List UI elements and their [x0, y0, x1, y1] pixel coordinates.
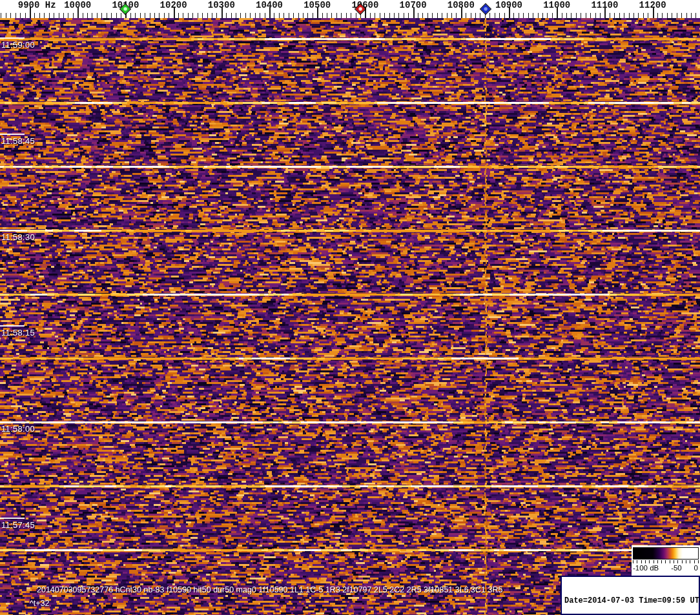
- info-date-time: Date=2014-07-03 Time=09:59 UTC: [564, 596, 699, 606]
- db-color-scale: -100 dB -50 0: [632, 545, 700, 576]
- spectrogram-window: 9900 Hz100001010010200103001040010500106…: [0, 0, 700, 615]
- legend-label-min: -100 dB: [633, 564, 659, 572]
- legend-label-max: 0: [694, 564, 698, 572]
- color-gradient-bar: [633, 547, 699, 560]
- freq-tick-label: 10900: [495, 0, 522, 10]
- freq-tick-label: 10500: [304, 0, 331, 10]
- time-tick-label: 11:58:30: [1, 232, 35, 242]
- time-tick-label: 11:57:45: [1, 520, 35, 530]
- legend-label-mid: -50: [671, 564, 682, 572]
- freq-tick-label: 10800: [448, 0, 475, 10]
- time-tick-label: 11:58:00: [1, 424, 35, 434]
- frequency-axis: 9900 Hz100001010010200103001040010500106…: [0, 0, 700, 18]
- color-scale-labels: -100 dB -50 0: [633, 564, 698, 572]
- freq-tick-label: 11000: [543, 0, 570, 10]
- time-tick-label: 11:58:15: [1, 328, 35, 338]
- freq-tick-label: 11200: [639, 0, 666, 10]
- detection-annotation: 20140703095732776 hCnt30 nb-83 f10590 hi…: [37, 585, 502, 594]
- freq-tick-label: 11100: [591, 0, 618, 10]
- color-scale-ticks: [633, 560, 699, 563]
- time-offset-note: ^t+32: [30, 599, 50, 608]
- status-info-box: Date=2014-07-03 Time=09:59 UTC Freq=143 …: [561, 576, 700, 615]
- time-tick-label: 11:59:00: [1, 40, 35, 50]
- freq-tick-label: 10400: [256, 0, 283, 10]
- freq-tick-label: 10300: [208, 0, 235, 10]
- freq-tick-label: 9900 Hz: [18, 0, 56, 10]
- freq-tick-label: 10000: [64, 0, 91, 10]
- spectrogram-canvas: [0, 18, 700, 615]
- freq-tick-label: 10200: [160, 0, 187, 10]
- freq-tick-label: 10700: [400, 0, 427, 10]
- time-tick-label: 11:58:45: [1, 136, 35, 146]
